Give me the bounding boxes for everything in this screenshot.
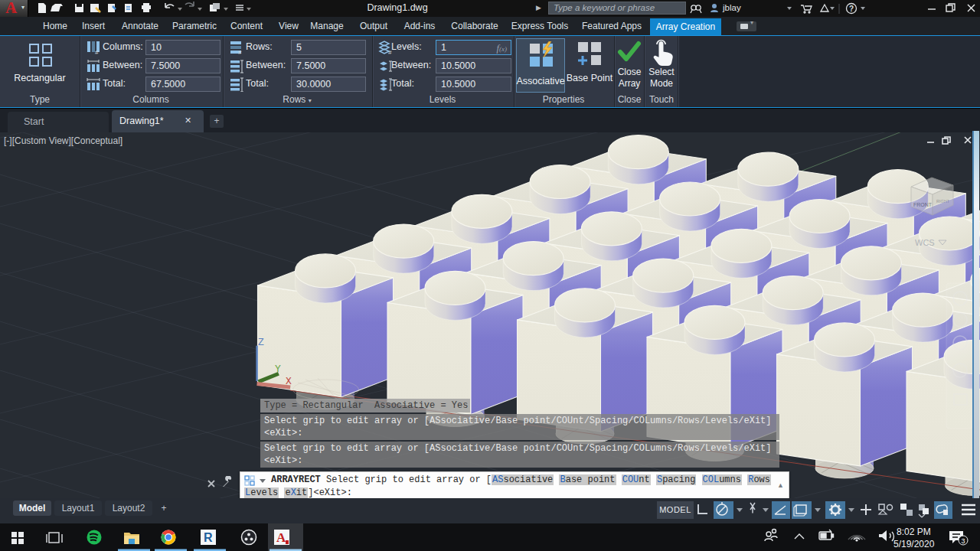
svg-text:R: R <box>204 531 213 544</box>
svg-text:FRONT: FRONT <box>913 202 933 207</box>
svg-text:jblay: jblay <box>722 3 741 12</box>
svg-text:?: ? <box>849 5 854 13</box>
svg-text:Y: Y <box>275 364 281 375</box>
svg-text:#: # <box>95 49 99 55</box>
svg-text:X: X <box>286 376 292 387</box>
svg-text:A: A <box>276 530 286 545</box>
svg-text:#: # <box>238 49 242 55</box>
svg-text:3: 3 <box>962 537 965 545</box>
svg-text:5/19/2020: 5/19/2020 <box>893 539 935 549</box>
svg-text:WCS: WCS <box>915 238 935 247</box>
svg-text:RIGHT: RIGHT <box>936 199 950 204</box>
svg-text:Z: Z <box>258 337 264 348</box>
svg-text:8:02 PM: 8:02 PM <box>897 527 931 537</box>
